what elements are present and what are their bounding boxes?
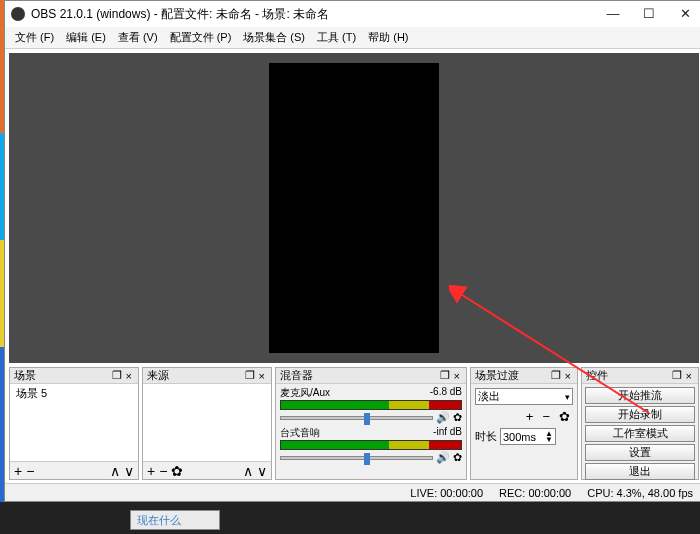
panel-transitions-popout-icon[interactable]: ❐ (549, 369, 563, 382)
mixer-channel-db: -inf dB (433, 426, 462, 440)
panel-mixer-popout-icon[interactable]: ❐ (438, 369, 452, 382)
desktop-bottom-strip: 现在什么 (0, 502, 700, 534)
transition-settings-icon[interactable]: ✿ (556, 409, 573, 424)
scene-down-button[interactable]: ∨ (124, 464, 134, 478)
taskbar-item[interactable]: 现在什么 (130, 510, 220, 530)
speaker-icon[interactable]: 🔊 (436, 411, 450, 424)
mixer-channel-name: 麦克风/Aux (280, 386, 430, 400)
maximize-button[interactable]: ☐ (631, 1, 667, 27)
panel-scenes-popout-icon[interactable]: ❐ (110, 369, 124, 382)
panel-controls-title: 控件 (586, 368, 670, 383)
menu-help[interactable]: 帮助 (H) (362, 28, 414, 47)
scene-list-item[interactable]: 场景 5 (10, 384, 138, 403)
mixer-channel-db: -6.8 dB (430, 386, 462, 400)
panel-scenes-title: 场景 (14, 368, 110, 383)
audio-meter (280, 440, 462, 450)
menu-scenes[interactable]: 场景集合 (S) (237, 28, 311, 47)
speaker-icon[interactable]: 🔊 (436, 451, 450, 464)
volume-slider[interactable] (280, 416, 433, 420)
panel-controls-popout-icon[interactable]: ❐ (670, 369, 684, 382)
source-add-button[interactable]: + (147, 464, 155, 478)
audio-meter (280, 400, 462, 410)
source-settings-button[interactable]: ✿ (171, 464, 183, 478)
status-cpu: CPU: 4.3%, 48.00 fps (587, 487, 693, 499)
source-remove-button[interactable]: − (159, 464, 167, 478)
mixer-settings-icon[interactable]: ✿ (453, 411, 462, 424)
scenes-list[interactable]: 场景 5 (10, 384, 138, 461)
panel-transitions: 场景过渡 ❐ × 淡出 + − ✿ 时长 300ms ▲▼ (470, 367, 578, 480)
transition-add-button[interactable]: + (523, 409, 537, 424)
studio-mode-button[interactable]: 工作室模式 (585, 425, 695, 442)
statusbar: LIVE: 00:00:00 REC: 00:00:00 CPU: 4.3%, … (5, 483, 700, 501)
panel-sources: 来源 ❐ × + − ✿ ∧ ∨ (142, 367, 272, 480)
panel-mixer-close-icon[interactable]: × (452, 370, 462, 382)
panel-sources-title: 来源 (147, 368, 243, 383)
mixer-channel-name: 台式音响 (280, 426, 433, 440)
scene-up-button[interactable]: ∧ (110, 464, 120, 478)
start-stream-button[interactable]: 开始推流 (585, 387, 695, 404)
start-record-button[interactable]: 开始录制 (585, 406, 695, 423)
panel-mixer-title: 混音器 (280, 368, 438, 383)
transition-duration-label: 时长 (475, 429, 497, 444)
panel-controls-close-icon[interactable]: × (684, 370, 694, 382)
menu-view[interactable]: 查看 (V) (112, 28, 164, 47)
titlebar: OBS 21.0.1 (windows) - 配置文件: 未命名 - 场景: 未… (5, 1, 700, 27)
menu-tools[interactable]: 工具 (T) (311, 28, 362, 47)
exit-button[interactable]: 退出 (585, 463, 695, 480)
panel-controls: 控件 ❐ × 开始推流 开始录制 工作室模式 设置 退出 (581, 367, 699, 480)
menu-profile[interactable]: 配置文件 (P) (164, 28, 238, 47)
panel-scenes: 场景 ❐ × 场景 5 + − ∧ ∨ (9, 367, 139, 480)
transition-remove-button[interactable]: − (539, 409, 553, 424)
mixer-channel-desktop: 台式音响 -inf dB 🔊 ✿ (276, 424, 466, 464)
close-button[interactable]: ✕ (667, 1, 700, 27)
sources-list[interactable] (143, 384, 271, 461)
panel-scenes-close-icon[interactable]: × (124, 370, 134, 382)
menu-edit[interactable]: 编辑 (E) (60, 28, 112, 47)
menu-file[interactable]: 文件 (F) (9, 28, 60, 47)
scene-add-button[interactable]: + (14, 464, 22, 478)
panel-sources-popout-icon[interactable]: ❐ (243, 369, 257, 382)
menubar: 文件 (F) 编辑 (E) 查看 (V) 配置文件 (P) 场景集合 (S) 工… (5, 27, 700, 49)
preview-area[interactable] (9, 53, 699, 363)
status-live: LIVE: 00:00:00 (410, 487, 483, 499)
panel-transitions-close-icon[interactable]: × (563, 370, 573, 382)
panel-mixer: 混音器 ❐ × 麦克风/Aux -6.8 dB 🔊 ✿ (275, 367, 467, 480)
volume-slider[interactable] (280, 456, 433, 460)
mixer-settings-icon[interactable]: ✿ (453, 451, 462, 464)
panel-transitions-title: 场景过渡 (475, 368, 549, 383)
window-title: OBS 21.0.1 (windows) - 配置文件: 未命名 - 场景: 未… (31, 6, 595, 23)
minimize-button[interactable]: — (595, 1, 631, 27)
transition-select[interactable]: 淡出 (475, 388, 573, 405)
source-down-button[interactable]: ∨ (257, 464, 267, 478)
source-up-button[interactable]: ∧ (243, 464, 253, 478)
panel-sources-close-icon[interactable]: × (257, 370, 267, 382)
panels-row: 场景 ❐ × 场景 5 + − ∧ ∨ 来源 ❐ × (5, 367, 700, 483)
mixer-channel-mic: 麦克风/Aux -6.8 dB 🔊 ✿ (276, 384, 466, 424)
settings-button[interactable]: 设置 (585, 444, 695, 461)
obs-app-icon (11, 7, 25, 21)
obs-window: OBS 21.0.1 (windows) - 配置文件: 未命名 - 场景: 未… (4, 0, 700, 502)
scene-remove-button[interactable]: − (26, 464, 34, 478)
status-rec: REC: 00:00:00 (499, 487, 571, 499)
transition-duration-spinbox[interactable]: 300ms ▲▼ (500, 428, 556, 445)
preview-canvas (269, 63, 439, 353)
